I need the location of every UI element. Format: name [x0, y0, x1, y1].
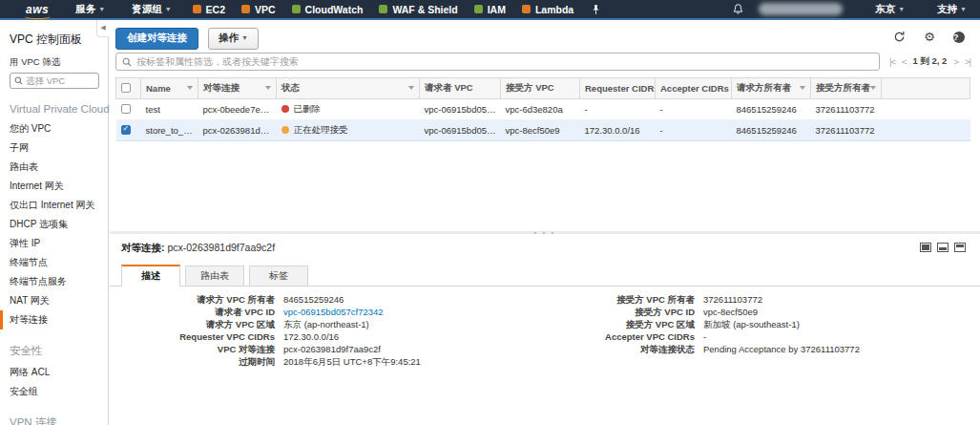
col-accepter-cidrs[interactable]: Accepter CIDRs	[656, 78, 732, 99]
row-checkbox[interactable]	[121, 104, 131, 114]
sidebar-section-security: 安全性	[10, 344, 102, 358]
sidebar-item-endpoints[interactable]: 终端节点	[10, 253, 102, 272]
table-row[interactable]: store_to_wal pcx-0263981d9f7a... 正在处理接受 …	[116, 120, 970, 141]
accepter-vpc-region: 新加坡 (ap-southeast-1)	[703, 319, 800, 329]
select-all-checkbox[interactable]	[121, 83, 131, 93]
table-filter-input[interactable]	[136, 56, 873, 67]
lambda-icon	[522, 5, 531, 13]
row-checkbox[interactable]	[121, 125, 131, 135]
col-requester-owner[interactable]: 请求方所有者	[732, 78, 811, 99]
vpc-filter-search[interactable]	[10, 73, 99, 89]
shortcut-iam[interactable]: IAM	[474, 4, 506, 15]
sidebar-item-security-groups[interactable]: 安全组	[10, 382, 102, 401]
pagination-range: 1 到 2, 2	[913, 55, 948, 68]
services-menu[interactable]: 服务▼	[75, 3, 105, 16]
notifications-bell-icon[interactable]	[733, 3, 743, 15]
filter-row: |< < 1 到 2, 2 > >|	[115, 53, 970, 71]
col-requester-cidrs[interactable]: Requester CIDRs	[580, 78, 656, 99]
cloudwatch-icon	[292, 5, 301, 13]
sidebar-item-elastic-ips[interactable]: 弹性 IP	[10, 234, 102, 253]
chevron-down-icon: ▼	[165, 6, 172, 12]
shortcut-vpc[interactable]: VPC	[241, 4, 276, 15]
last-page-icon[interactable]: >|	[965, 56, 970, 67]
shortcut-cloudwatch[interactable]: CloudWatch	[292, 4, 364, 15]
expiration-time: 2018年6月5日 UTC+8下午9:45:21	[283, 356, 421, 367]
sidebar-section-vpc: Virtual Private Cloud	[10, 103, 102, 115]
chevron-down-icon: ▼	[241, 34, 248, 41]
detail-tabs: 描述 路由表 标签	[110, 265, 980, 287]
tab-tags[interactable]: 标签	[249, 266, 308, 286]
next-page-icon[interactable]: >	[953, 56, 958, 67]
main-content: 创建对等连接 操作▼ ⚙ ? |< < 1 到 2, 2 > >|	[110, 22, 980, 425]
sidebar-item-dhcp-option-sets[interactable]: DHCP 选项集	[10, 215, 102, 234]
col-name[interactable]: Name	[141, 78, 198, 99]
requester-vpc-id-link[interactable]: vpc-06915bd057cf72342	[283, 307, 384, 317]
table-filter-box[interactable]	[115, 53, 880, 71]
vpc-filter-input[interactable]	[26, 75, 94, 86]
region-selector[interactable]: 东京▼	[875, 3, 905, 16]
pane-layout-icons	[920, 243, 966, 252]
sidebar-item-subnets[interactable]: 子网	[10, 138, 102, 158]
tab-description[interactable]: 描述	[121, 265, 180, 287]
help-icon[interactable]: ?	[953, 32, 965, 43]
col-status[interactable]: 状态	[277, 78, 420, 99]
detail-title: 对等连接: pcx-0263981d9f7aa9c2f	[110, 234, 980, 255]
search-icon	[14, 76, 23, 85]
sidebar-item-route-tables[interactable]: 路由表	[10, 158, 102, 177]
sort-icon	[187, 86, 193, 90]
sidebar-item-your-vpcs[interactable]: 您的 VPC	[10, 119, 102, 138]
peering-status: Pending Acceptance by 372611103772	[703, 344, 860, 354]
sidebar-item-peering-connections[interactable]: 对等连接	[0, 310, 102, 329]
minimize-pane-icon[interactable]	[954, 243, 966, 252]
nav-right: 东京▼ 支持▼	[733, 3, 967, 16]
status-dot	[281, 105, 289, 113]
status-text: 正在处理接受	[294, 124, 348, 135]
accepter-vpc-owner: 372611103772	[703, 294, 762, 305]
col-accepter-owner[interactable]: 接受方所有者	[811, 78, 882, 99]
settings-gear-icon[interactable]: ⚙	[924, 31, 935, 43]
sidebar-item-nat-gateways[interactable]: NAT 网关	[10, 291, 102, 310]
tab-route-tables[interactable]: 路由表	[185, 266, 244, 286]
col-peering-id[interactable]: 对等连接	[198, 78, 277, 99]
col-filler	[882, 78, 970, 99]
detail-pane: • • • 对等连接: pcx-0263981d9f7aa9c2f 描述 路由表…	[110, 231, 980, 425]
account-menu[interactable]	[759, 3, 843, 15]
sort-icon	[408, 86, 414, 90]
resource-groups-menu[interactable]: 资源组▼	[132, 3, 171, 16]
prev-page-icon[interactable]: <	[902, 56, 907, 67]
shortcut-lambda[interactable]: Lambda	[522, 4, 573, 15]
iam-icon	[474, 5, 483, 13]
create-peering-button[interactable]: 创建对等连接	[115, 28, 198, 50]
pane-resize-handle[interactable]: • • •	[534, 231, 556, 234]
description-fields: 请求方 VPC 所有者846515259246 请求者 VPC IDvpc-06…	[110, 294, 980, 369]
sort-icon	[870, 86, 876, 90]
first-page-icon[interactable]: |<	[889, 56, 895, 67]
col-requester-vpc[interactable]: 请求者 VPC	[420, 78, 501, 99]
split-pane-icon[interactable]	[937, 243, 949, 252]
peering-connections-table: Name 对等连接 状态 请求者 VPC 接受方 VPC Requester C…	[115, 77, 970, 141]
support-menu[interactable]: 支持▼	[937, 3, 967, 16]
chevron-down-icon: ▼	[98, 6, 105, 12]
vpc-filter-label: 用 VPC 筛选	[10, 56, 102, 69]
pin-icon[interactable]	[592, 4, 600, 15]
sidebar-item-endpoint-services[interactable]: 终端节点服务	[10, 272, 102, 291]
shortcut-waf-shield[interactable]: WAF & Shield	[379, 4, 457, 15]
sidebar-item-internet-gateways[interactable]: Internet 网关	[10, 177, 102, 196]
waf-shield-icon	[379, 5, 387, 13]
nav-shortcuts: EC2 VPC CloudWatch WAF & Shield IAM Lamb…	[193, 4, 601, 15]
maximize-pane-icon[interactable]	[920, 243, 931, 252]
toolbar: 创建对等连接 操作▼ ⚙ ?	[110, 22, 980, 48]
shortcut-ec2[interactable]: EC2	[193, 4, 225, 15]
sidebar-item-egress-only-igw[interactable]: 仅出口 Internet 网关	[10, 196, 102, 215]
requester-vpc-region: 东京 (ap-northeast-1)	[283, 319, 369, 329]
select-all-header[interactable]	[116, 78, 141, 99]
sidebar-item-network-acls[interactable]: 网络 ACL	[10, 363, 102, 382]
actions-button[interactable]: 操作▼	[208, 28, 259, 50]
ec2-icon	[193, 5, 201, 13]
aws-logo[interactable]: aws	[26, 3, 49, 16]
col-accepter-vpc[interactable]: 接受方 VPC	[501, 78, 580, 99]
chevron-down-icon: ▼	[898, 6, 905, 12]
accepter-vpc-cidrs: -	[703, 331, 706, 342]
table-row[interactable]: test pcx-0beede7e99c... 已删除 vpc-06915bd0…	[116, 99, 970, 120]
refresh-icon[interactable]	[893, 31, 906, 43]
